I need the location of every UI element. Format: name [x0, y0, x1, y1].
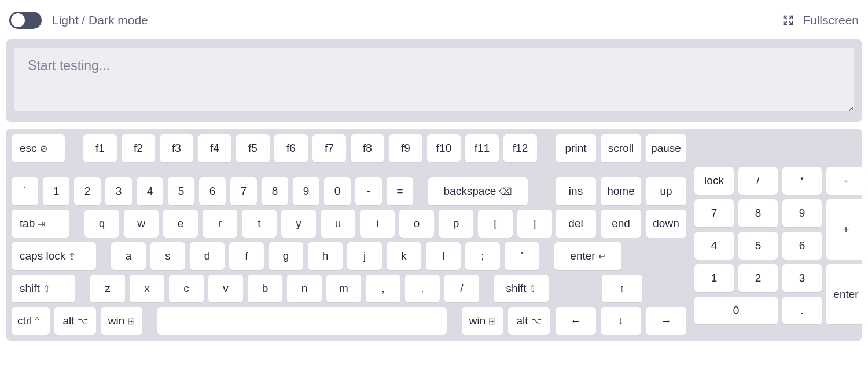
- key-np-9[interactable]: 9: [782, 199, 822, 227]
- fullscreen-button[interactable]: Fullscreen: [782, 13, 859, 27]
- key-8[interactable]: 8: [262, 177, 288, 205]
- key-np-minus[interactable]: -: [826, 167, 866, 195]
- key-end[interactable]: end: [601, 210, 641, 238]
- key-tab[interactable]: tab ⇥: [12, 210, 69, 238]
- key-n[interactable]: n: [287, 275, 322, 302]
- theme-toggle[interactable]: [9, 12, 42, 29]
- test-input[interactable]: [14, 48, 854, 111]
- key-home[interactable]: home: [601, 177, 641, 205]
- key-f4[interactable]: f4: [198, 134, 231, 162]
- key-2[interactable]: 2: [74, 177, 101, 205]
- key-x[interactable]: x: [130, 275, 164, 302]
- key-j[interactable]: j: [347, 242, 382, 270]
- key-alt-left[interactable]: alt ⌥: [54, 307, 96, 335]
- key-np-7[interactable]: 7: [694, 199, 734, 227]
- key-np-star[interactable]: *: [782, 167, 822, 195]
- key-np-3[interactable]: 3: [782, 264, 822, 292]
- key-a[interactable]: a: [111, 242, 146, 270]
- key-5[interactable]: 5: [168, 177, 194, 205]
- key-comma[interactable]: ,: [366, 275, 400, 302]
- key-np-0[interactable]: 0: [694, 297, 778, 324]
- key-np-6[interactable]: 6: [782, 232, 822, 260]
- key-shift-left[interactable]: shift ⇧: [12, 275, 75, 302]
- key-4[interactable]: 4: [137, 177, 163, 205]
- key-c[interactable]: c: [169, 275, 204, 302]
- key-6[interactable]: 6: [199, 177, 226, 205]
- key-arrow-left[interactable]: ←: [556, 307, 596, 335]
- key-semicolon[interactable]: ;: [465, 242, 500, 270]
- key-k[interactable]: k: [387, 242, 421, 270]
- key-win-left[interactable]: win ⊞: [101, 307, 142, 335]
- key-period[interactable]: .: [405, 275, 440, 302]
- key-0[interactable]: 0: [324, 177, 351, 205]
- key-ctrl[interactable]: ctrl ^: [12, 307, 50, 335]
- key-np-enter[interactable]: enter: [826, 264, 866, 324]
- key-f12[interactable]: f12: [503, 134, 537, 162]
- key-quote[interactable]: ': [505, 242, 539, 270]
- key-f1[interactable]: f1: [83, 134, 117, 162]
- key-o[interactable]: o: [399, 210, 434, 238]
- key-f[interactable]: f: [229, 242, 264, 270]
- key-space[interactable]: [157, 307, 447, 335]
- key-t[interactable]: t: [242, 210, 277, 238]
- key-f8[interactable]: f8: [351, 134, 384, 162]
- key-numlock[interactable]: lock: [694, 167, 734, 195]
- key-f9[interactable]: f9: [389, 134, 422, 162]
- key-minus[interactable]: -: [355, 177, 382, 205]
- key-ins[interactable]: ins: [556, 177, 596, 205]
- key-equals[interactable]: =: [387, 177, 413, 205]
- key-l[interactable]: l: [426, 242, 461, 270]
- key-m[interactable]: m: [326, 275, 361, 302]
- key-arrow-up[interactable]: ↑: [602, 275, 642, 302]
- key-scroll[interactable]: scroll: [601, 134, 641, 162]
- key-bracket-right[interactable]: ]: [517, 210, 552, 238]
- key-r[interactable]: r: [203, 210, 237, 238]
- key-print[interactable]: print: [556, 134, 596, 162]
- key-np-plus[interactable]: +: [826, 199, 866, 260]
- key-np-slash[interactable]: /: [738, 167, 778, 195]
- key-9[interactable]: 9: [293, 177, 319, 205]
- key-pageup[interactable]: up: [646, 177, 686, 205]
- key-np-dot[interactable]: .: [782, 297, 822, 324]
- key-f2[interactable]: f2: [122, 134, 155, 162]
- key-i[interactable]: i: [360, 210, 395, 238]
- key-backtick[interactable]: `: [12, 177, 38, 205]
- key-del[interactable]: del: [556, 210, 596, 238]
- key-h[interactable]: h: [308, 242, 343, 270]
- key-alt-right[interactable]: alt ⌥: [508, 307, 550, 335]
- key-f6[interactable]: f6: [274, 134, 308, 162]
- key-b[interactable]: b: [248, 275, 282, 302]
- key-arrow-right[interactable]: →: [646, 307, 686, 335]
- key-shift-right[interactable]: shift ⇧: [494, 275, 549, 302]
- key-f10[interactable]: f10: [427, 134, 461, 162]
- key-3[interactable]: 3: [105, 177, 132, 205]
- key-np-8[interactable]: 8: [738, 199, 778, 227]
- key-f7[interactable]: f7: [312, 134, 346, 162]
- key-bracket-left[interactable]: [: [478, 210, 513, 238]
- key-arrow-down[interactable]: ↓: [601, 307, 641, 335]
- key-d[interactable]: d: [190, 242, 225, 270]
- key-capslock[interactable]: caps lock ⇪: [12, 242, 96, 270]
- key-pagedown[interactable]: down: [646, 210, 686, 238]
- key-f3[interactable]: f3: [160, 134, 193, 162]
- key-np-5[interactable]: 5: [738, 232, 778, 260]
- key-f11[interactable]: f11: [465, 134, 499, 162]
- key-np-2[interactable]: 2: [738, 264, 778, 292]
- key-esc[interactable]: esc ⊘: [12, 134, 65, 162]
- key-pause[interactable]: pause: [646, 134, 686, 162]
- key-p[interactable]: p: [439, 210, 473, 238]
- key-g[interactable]: g: [269, 242, 303, 270]
- key-1[interactable]: 1: [43, 177, 69, 205]
- key-v[interactable]: v: [208, 275, 243, 302]
- key-7[interactable]: 7: [230, 177, 257, 205]
- key-z[interactable]: z: [90, 275, 125, 302]
- key-s[interactable]: s: [150, 242, 185, 270]
- key-np-4[interactable]: 4: [694, 232, 734, 260]
- key-y[interactable]: y: [281, 210, 316, 238]
- key-slash[interactable]: /: [444, 275, 479, 302]
- key-e[interactable]: e: [163, 210, 198, 238]
- key-w[interactable]: w: [124, 210, 159, 238]
- key-np-1[interactable]: 1: [694, 264, 734, 292]
- key-backspace[interactable]: backspace ⌫: [428, 177, 528, 205]
- key-q[interactable]: q: [84, 210, 119, 238]
